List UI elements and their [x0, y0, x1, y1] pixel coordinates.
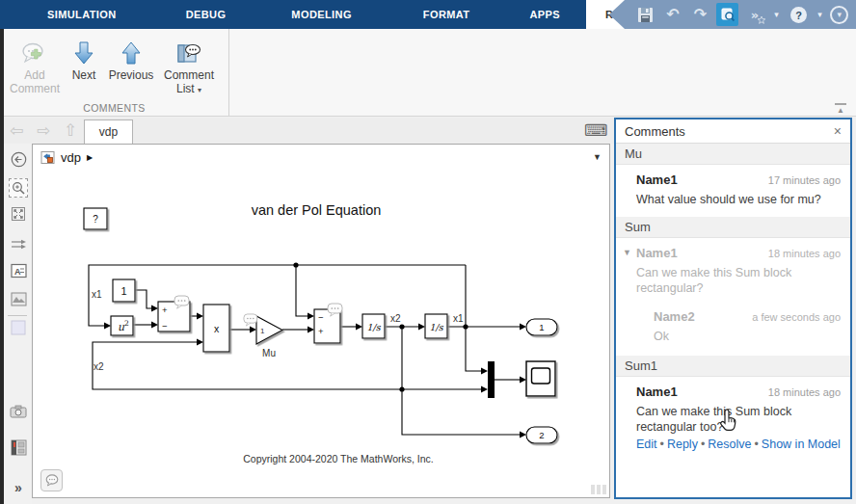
reply-author: Name2 [654, 309, 695, 324]
help-icon[interactable]: ? [787, 3, 809, 26]
next-comment-button[interactable]: Next [64, 34, 104, 97]
hide-browser-icon[interactable] [9, 149, 28, 169]
add-comment-button[interactable]: Add Comment [6, 34, 64, 97]
svg-text:+: + [162, 305, 168, 315]
block-gain-mu[interactable]: 1 Mu [244, 314, 282, 358]
image-annotation-icon[interactable] [9, 289, 28, 308]
block-outport1[interactable]: 1 [526, 319, 557, 335]
resolve-link[interactable]: Resolve [708, 438, 751, 451]
nav-forward-icon[interactable]: ⇨ [37, 120, 50, 140]
screenshot-icon[interactable] [9, 402, 28, 421]
comment-group-mu[interactable]: Mu [616, 144, 850, 165]
favorites-icon[interactable]: » [743, 3, 765, 26]
block-fcn-usquared[interactable]: u 2 [111, 316, 133, 335]
comment-group-sum1[interactable]: Sum1 [616, 356, 850, 377]
comment-list-button[interactable]: Comment List ▾ [158, 34, 220, 97]
svg-text:1: 1 [539, 322, 544, 332]
comment-timestamp: 18 minutes ago [768, 386, 841, 398]
comment-author: Name1 [636, 246, 678, 260]
svg-text:−: − [162, 321, 168, 332]
canvas-comment-button[interactable] [40, 469, 63, 491]
nav-back-icon[interactable]: ⇦ [10, 120, 23, 140]
library-browser-icon[interactable] [9, 438, 28, 457]
quick-access-toolbar: ↶ ↷ » ▾ ? ▾ ▾ [609, 0, 856, 29]
svg-text:2: 2 [539, 430, 544, 440]
comment-actions: Edit•Reply•Resolve•Show in Model [636, 438, 841, 451]
block-integrator-x1[interactable]: 1/s [425, 314, 447, 338]
area-annotation-icon[interactable] [9, 318, 28, 337]
previous-comment-icon [107, 34, 155, 68]
help-dropdown-icon[interactable]: ▾ [815, 3, 826, 26]
block-outport2[interactable]: 2 [526, 427, 557, 443]
canvas-palette: A » [0, 144, 32, 504]
signal-wires [89, 265, 520, 435]
tab-format[interactable]: FORMAT [397, 0, 496, 29]
svg-text:2: 2 [124, 319, 129, 328]
reply-link[interactable]: Reply [667, 438, 698, 451]
keyboard-shortcuts-icon[interactable]: ⌨ [584, 120, 608, 140]
nav-up-icon[interactable]: ⇧ [64, 120, 77, 140]
canvas-resize-grip[interactable] [591, 485, 606, 494]
tab-modeling[interactable]: MODELING [265, 0, 377, 29]
comment-body: What value should we use for mu? [636, 192, 841, 207]
comment-timestamp: 17 minutes ago [768, 174, 841, 186]
tab-debug[interactable]: DEBUG [160, 0, 253, 29]
redo-icon[interactable]: ↷ [689, 3, 711, 26]
previous-comment-button[interactable]: Previous [104, 34, 158, 97]
fit-to-view-icon[interactable] [9, 204, 28, 224]
diagram-title: van der Pol Equation [252, 202, 382, 218]
model-icon [40, 150, 55, 165]
comment-thread-mu[interactable]: Name1 17 minutes ago What value should w… [616, 165, 850, 217]
save-icon[interactable] [634, 3, 656, 26]
collapse-toolstrip-icon[interactable]: ▾ [830, 6, 848, 24]
comment-group-sum[interactable]: Sum [616, 217, 850, 238]
signal-routing-icon[interactable] [9, 235, 28, 254]
comment-thread-sum[interactable]: ▼ Name1 18 minutes ago Can we make this … [616, 238, 850, 356]
thread-collapse-icon[interactable]: ▼ [623, 248, 631, 257]
comment-list-label: Comment List ▾ [161, 68, 217, 97]
undo-icon[interactable]: ↶ [661, 3, 683, 26]
hand-cursor-icon [719, 408, 740, 438]
comment-badge-icon [244, 314, 257, 326]
block-sum[interactable]: + − [158, 296, 190, 332]
show-in-model-link[interactable]: Show in Model [762, 438, 841, 451]
add-comment-label: Add Comment [9, 68, 61, 95]
breadcrumb-dropdown-icon[interactable]: ▼ [593, 152, 602, 162]
svg-text:−: − [318, 312, 324, 323]
comments-panel: Comments × Mu Name1 17 minutes ago What … [614, 118, 852, 499]
block-doc[interactable]: ? [84, 208, 107, 229]
block-scope[interactable] [526, 361, 555, 396]
svg-text:Mu: Mu [262, 348, 276, 358]
comment-body: Can we make this Sum block rectangular? [636, 265, 841, 296]
comments-panel-close-icon[interactable]: × [834, 123, 842, 139]
tab-apps[interactable]: APPS [503, 0, 586, 29]
collapse-panel-bar [835, 103, 846, 105]
favorites-dropdown-icon[interactable]: ▾ [771, 3, 783, 26]
block-sum1[interactable]: − + [314, 304, 342, 343]
block-integrator-x2[interactable]: 1/s [362, 314, 385, 338]
annotation-icon[interactable]: A [9, 261, 28, 280]
document-tab-vdp[interactable]: vdp [84, 119, 133, 144]
collapse-panel-button[interactable]: ▲ [833, 103, 848, 115]
zoom-tool-icon[interactable] [9, 178, 28, 198]
block-product[interactable]: x [203, 305, 229, 352]
model-canvas[interactable]: van der Pol Equation Copyright 2004-2020… [32, 170, 610, 498]
block-constant[interactable]: 1 [113, 279, 135, 302]
tab-simulation[interactable]: SIMULATION [21, 0, 143, 29]
edit-link[interactable]: Edit [636, 438, 657, 451]
palette-expand-icon[interactable]: » [9, 478, 28, 497]
signal-label-x1-mid: x1 [453, 313, 464, 324]
bullet-separator: • [701, 438, 705, 451]
find-in-model-icon[interactable] [716, 3, 738, 26]
comment-author: Name1 [636, 385, 678, 399]
ribbon-group-comments: Add Comment Next Previous [0, 29, 229, 116]
breadcrumb-model-name[interactable]: vdp [61, 150, 81, 165]
breadcrumb-arrow-icon[interactable]: ▶ [87, 153, 93, 162]
breadcrumb[interactable]: vdp ▶ ▼ [32, 144, 610, 171]
ribbon-review: Add Comment Next Previous [0, 29, 856, 117]
comment-list-dropdown-icon: ▾ [198, 86, 201, 94]
signal-label-x1: x1 [92, 289, 102, 300]
svg-text:1: 1 [120, 285, 126, 297]
reply-timestamp: a few seconds ago [752, 311, 841, 323]
block-mux[interactable] [488, 361, 495, 398]
